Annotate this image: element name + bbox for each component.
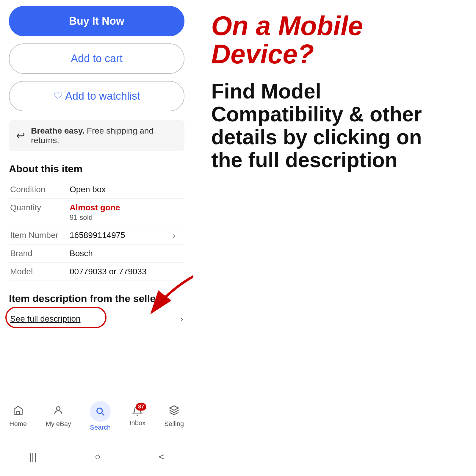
about-title: About this item — [9, 163, 184, 175]
return-icon: ↩ — [16, 129, 25, 142]
brand-label: Brand — [9, 245, 68, 263]
breathe-easy-banner: ↩ Breathe easy. Free shipping and return… — [9, 120, 184, 151]
chevron-right-icon: › — [180, 314, 183, 324]
item-number-label: Item Number — [9, 226, 68, 245]
svg-point-3 — [97, 408, 102, 414]
condition-label: Condition — [9, 181, 68, 199]
annotation-mobile-title: On a Mobile Device? — [211, 12, 458, 68]
search-icon-bg — [90, 401, 111, 422]
about-section: About this item Condition Open box Quant… — [9, 163, 184, 281]
inbox-label: Inbox — [129, 419, 145, 427]
nav-item-home[interactable]: Home — [10, 405, 27, 428]
brand-value: Bosch — [68, 245, 184, 263]
nav-item-inbox[interactable]: 87 Inbox — [129, 405, 145, 427]
chevron-right-icon: › — [173, 231, 176, 241]
nav-item-search[interactable]: Search — [90, 401, 111, 431]
mobile-ui-panel: Buy It Now Add to cart ♡Add to watchlist… — [0, 0, 193, 476]
quantity-value: Almost gone 91 sold — [68, 199, 184, 226]
buy-now-button[interactable]: Buy It Now — [9, 6, 184, 36]
see-full-description-row[interactable]: See full description › — [9, 309, 184, 329]
nav-item-selling[interactable]: Selling — [164, 405, 184, 428]
breathe-easy-text: Breathe easy. Free shipping and returns. — [31, 126, 177, 145]
condition-value: Open box — [68, 181, 184, 199]
add-to-cart-button[interactable]: Add to cart — [9, 43, 184, 74]
svg-rect-1 — [17, 411, 19, 414]
item-number-value: 165899114975 › — [68, 226, 184, 245]
myebay-icon — [53, 405, 64, 418]
inbox-badge: 87 — [136, 403, 146, 411]
bottom-navigation: Home My eBay Search — [0, 395, 193, 434]
annotation-find-text: Find Model Compatibility & other details… — [211, 80, 458, 172]
inbox-icon-wrapper: 87 — [132, 405, 143, 417]
nav-item-myebay[interactable]: My eBay — [46, 405, 71, 428]
home-label: Home — [10, 420, 27, 428]
android-navigation: ||| ○ < — [0, 437, 193, 476]
android-back-button[interactable]: < — [159, 451, 164, 462]
svg-point-2 — [57, 407, 60, 410]
heart-icon: ♡ — [53, 90, 63, 102]
selling-label: Selling — [164, 420, 184, 428]
description-section: Item description from the seller See ful… — [9, 293, 184, 329]
android-home-button[interactable]: ○ — [95, 451, 100, 462]
selling-icon — [169, 405, 179, 418]
item-details-table: Condition Open box Quantity Almost gone … — [9, 181, 184, 281]
add-to-watchlist-button[interactable]: ♡Add to watchlist — [9, 81, 184, 111]
quantity-label: Quantity — [9, 199, 68, 226]
table-row: Quantity Almost gone 91 sold — [9, 199, 184, 226]
android-recent-button[interactable]: ||| — [29, 451, 37, 462]
annotation-panel: On a Mobile Device? Find Model Compatibi… — [193, 0, 476, 476]
table-row: Condition Open box — [9, 181, 184, 199]
table-row: Brand Bosch — [9, 245, 184, 263]
model-label: Model — [9, 263, 68, 281]
see-full-description-link[interactable]: See full description — [10, 314, 81, 324]
myebay-label: My eBay — [46, 420, 71, 428]
home-icon — [13, 405, 24, 418]
table-row[interactable]: Item Number 165899114975 › — [9, 226, 184, 245]
description-title: Item description from the seller — [9, 293, 184, 304]
svg-line-4 — [102, 413, 104, 415]
model-value: 00779033 or 779033 — [68, 263, 184, 281]
search-label: Search — [90, 424, 111, 431]
table-row: Model 00779033 or 779033 — [9, 263, 184, 281]
